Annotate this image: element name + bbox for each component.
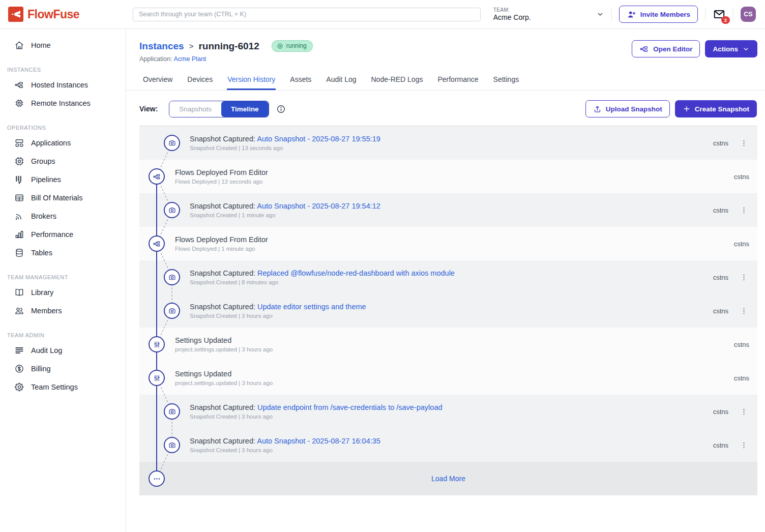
snapshot-link[interactable]: Auto Snapshot - 2025-08-27 16:04:35 (257, 437, 380, 445)
tab-devices[interactable]: Devices (187, 71, 213, 90)
sidebar-item-bill-of-materials[interactable]: Bill Of Materials (0, 189, 126, 207)
sidebar-item-members[interactable]: Members (0, 302, 126, 320)
timeline-row-text: Snapshot Captured: Replaced @flowfuse/no… (190, 269, 455, 285)
tab-performance[interactable]: Performance (437, 71, 479, 90)
billing-icon (14, 364, 24, 374)
row-user: cstns (713, 408, 728, 416)
sidebar-item-brokers[interactable]: Brokers (0, 207, 126, 225)
team-selector[interactable]: TEAM: Acme Corp. (493, 7, 604, 21)
sidebar-item-library[interactable]: Library (0, 283, 126, 302)
timeline-row-title: Snapshot Captured: (190, 303, 255, 311)
search-input[interactable] (133, 8, 481, 21)
applications-icon (14, 138, 24, 148)
timeline-row: Settings Updatedproject.settings.updated… (139, 328, 757, 361)
row-user: cstns (734, 173, 749, 181)
actions-label: Actions (713, 45, 738, 53)
sidebar-item-hosted-instances[interactable]: Hosted Instances (0, 76, 126, 94)
divider (705, 8, 705, 21)
timeline-row-text: Snapshot Captured: Auto Snapshot - 2025-… (190, 202, 380, 218)
actions-button[interactable]: Actions (705, 40, 757, 57)
sidebar-item-label: Hosted Instances (31, 81, 88, 89)
load-more-link[interactable]: Load More (139, 475, 757, 483)
tables-icon (14, 248, 24, 258)
upload-icon (593, 105, 602, 113)
breadcrumb: Instances > running-6012 running (139, 40, 313, 52)
main-content: Instances > running-6012 running Applica… (126, 29, 765, 532)
sidebar-item-billing[interactable]: Billing (0, 360, 126, 378)
performance-icon (14, 229, 24, 240)
upload-snapshot-button[interactable]: Upload Snapshot (585, 100, 670, 117)
timeline-row-meta: project.settings.updated | 3 hours ago (175, 346, 273, 352)
sidebar-item-audit-log[interactable]: Audit Log (0, 341, 126, 360)
sidebar-item-remote-instances[interactable]: Remote Instances (0, 94, 126, 112)
timeline-row-meta: project.settings.updated | 3 hours ago (175, 380, 273, 386)
upload-snapshot-label: Upload Snapshot (606, 105, 662, 113)
tab-audit-log[interactable]: Audit Log (326, 71, 357, 90)
timeline-row-meta: Snapshot Created | 8 minutes ago (190, 279, 455, 285)
sidebar-item-performance[interactable]: Performance (0, 225, 126, 244)
row-menu-button[interactable] (739, 306, 749, 316)
avatar[interactable]: CS (741, 7, 756, 22)
timeline-row: Snapshot Captured: Auto Snapshot - 2025-… (139, 193, 757, 227)
snapshot-link[interactable]: Update endpoint from /save-credentials t… (257, 403, 443, 411)
timeline-row-title: Snapshot Captured: (190, 403, 255, 411)
timeline-row-text: Snapshot Captured: Auto Snapshot - 2025-… (190, 437, 380, 453)
snapshot-link[interactable]: Replaced @flowfuse/node-red-dashboard wi… (257, 269, 455, 277)
notifications-button[interactable]: 2 (713, 8, 726, 21)
kebab-icon (740, 307, 748, 315)
open-editor-button[interactable]: Open Editor (632, 40, 700, 57)
row-menu-button[interactable] (739, 440, 749, 451)
sidebar-item-groups[interactable]: Groups (0, 152, 126, 170)
members-icon (14, 306, 24, 316)
application-link[interactable]: Acme Plant (173, 55, 206, 63)
tab-version-history[interactable]: Version History (227, 71, 276, 90)
sidebar-item-label: Bill Of Materials (31, 194, 83, 202)
brokers-icon (14, 211, 24, 221)
sidebar-item-pipelines[interactable]: Pipelines (0, 170, 126, 189)
invite-members-button[interactable]: Invite Members (619, 6, 698, 23)
row-user: cstns (713, 441, 728, 449)
timeline-row: Snapshot Captured: Auto Snapshot - 2025-… (139, 126, 757, 160)
timeline-row-title: Snapshot Captured: (190, 135, 255, 143)
timeline-row-title: Flows Deployed From Editor (175, 168, 268, 176)
create-snapshot-label: Create Snapshot (695, 105, 749, 113)
row-menu-button[interactable] (739, 406, 749, 417)
snapshot-link[interactable]: Auto Snapshot - 2025-08-27 19:54:12 (257, 202, 380, 210)
flowfuse-logo[interactable]: FlowFuse (0, 7, 126, 22)
sidebar-item-home[interactable]: Home (0, 36, 126, 54)
sidebar-item-team-settings[interactable]: Team Settings (0, 378, 126, 396)
sidebar-item-applications[interactable]: Applications (0, 134, 126, 152)
sidebar-item-label: Applications (31, 139, 71, 147)
timeline-row-title: Snapshot Captured: (190, 437, 255, 445)
snapshot-link[interactable]: Update editor settings and theme (257, 303, 366, 311)
adjustments-icon (149, 370, 165, 386)
application-label: Application: (139, 55, 172, 63)
divider (733, 8, 733, 21)
audit-log-icon (14, 345, 24, 356)
row-menu-button[interactable] (739, 272, 749, 283)
sidebar-item-tables[interactable]: Tables (0, 244, 126, 262)
snapshot-link[interactable]: Auto Snapshot - 2025-08-27 19:55:19 (257, 135, 380, 143)
tab-overview[interactable]: Overview (142, 71, 173, 90)
view-toggle-snapshots[interactable]: Snapshots (169, 101, 221, 117)
tab-assets[interactable]: Assets (289, 71, 312, 90)
page-head: Instances > running-6012 running Applica… (126, 29, 765, 63)
tab-settings[interactable]: Settings (493, 71, 520, 90)
row-user: cstns (713, 206, 728, 214)
load-more-row: Load More (139, 462, 757, 495)
notification-badge: 2 (721, 16, 730, 24)
tab-node-red-logs[interactable]: Node-RED Logs (371, 71, 424, 90)
kebab-icon (740, 441, 748, 450)
row-menu-button[interactable] (739, 138, 749, 149)
info-icon[interactable] (276, 104, 286, 114)
chevron-down-icon (742, 45, 750, 53)
row-user: cstns (713, 139, 728, 147)
sidebar-item-label: Performance (31, 230, 73, 239)
status-badge: running (272, 40, 313, 52)
view-toggle-timeline[interactable]: Timeline (221, 101, 269, 117)
create-snapshot-button[interactable]: Create Snapshot (675, 100, 757, 117)
page-title: running-6012 (198, 41, 259, 52)
timeline-row: Snapshot Captured: Auto Snapshot - 2025-… (139, 428, 757, 462)
breadcrumb-instances-link[interactable]: Instances (139, 41, 184, 52)
row-menu-button[interactable] (739, 205, 749, 216)
